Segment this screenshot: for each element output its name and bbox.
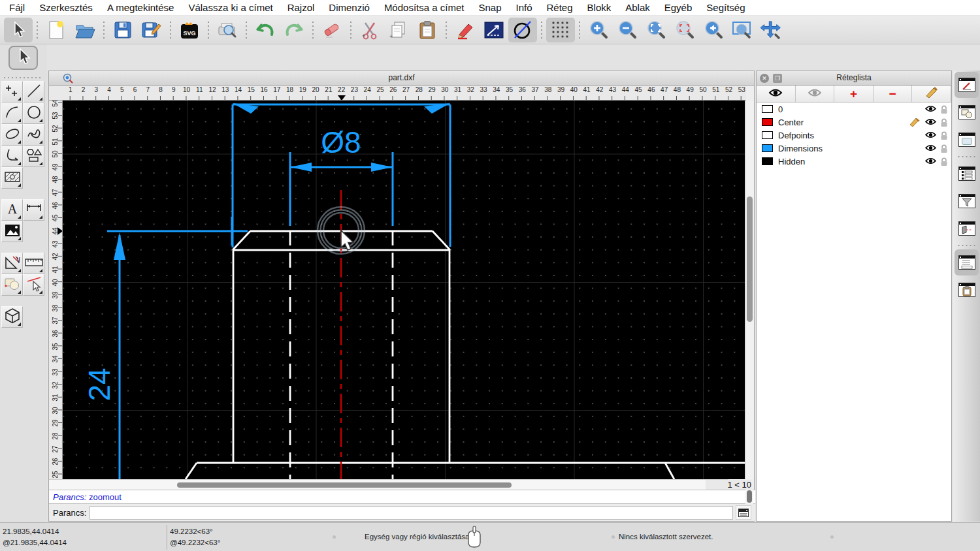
export-svg-button[interactable]: SVG bbox=[175, 18, 204, 42]
menu-r-teg[interactable]: Réteg bbox=[547, 2, 573, 13]
menu-rajzol[interactable]: Rajzol bbox=[287, 2, 315, 13]
tool-dimension[interactable] bbox=[23, 199, 44, 221]
menu-inf-[interactable]: Infó bbox=[515, 2, 532, 13]
layer-row-dimensions[interactable]: Dimensions bbox=[757, 142, 951, 155]
line-angle-button[interactable] bbox=[480, 18, 508, 42]
layer-visibility-icon[interactable] bbox=[925, 118, 936, 128]
copy-button[interactable]: + bbox=[384, 18, 413, 42]
tool-polyline[interactable] bbox=[1, 146, 23, 167]
hide-all-layers-button[interactable] bbox=[796, 86, 835, 102]
remove-layer-button[interactable]: − bbox=[874, 86, 913, 102]
document-title-bar[interactable]: part.dxf bbox=[49, 71, 754, 86]
grid-toggle-button[interactable] bbox=[546, 18, 575, 42]
filter-widget-button[interactable] bbox=[955, 188, 979, 214]
layer-visibility-icon[interactable] bbox=[925, 104, 936, 115]
zoom-in-button[interactable] bbox=[584, 18, 613, 42]
layer-list-widget-button[interactable] bbox=[955, 72, 979, 98]
draw-pen-button[interactable] bbox=[451, 18, 480, 42]
layer-lock-icon[interactable] bbox=[940, 144, 948, 155]
print-preview-button[interactable] bbox=[213, 18, 242, 42]
entity-list-widget-button[interactable] bbox=[955, 161, 979, 187]
command-input[interactable] bbox=[90, 506, 733, 520]
tool-shapes[interactable] bbox=[23, 146, 44, 167]
layer-color-swatch[interactable] bbox=[762, 105, 773, 113]
tool-spline[interactable] bbox=[23, 124, 44, 146]
layer-row-defpoints[interactable]: Defpoints bbox=[757, 129, 951, 142]
vertical-scrollbar[interactable] bbox=[745, 101, 754, 479]
layer-color-swatch[interactable] bbox=[762, 131, 773, 139]
select-arrow-tool[interactable] bbox=[8, 46, 38, 70]
menu-egy-b[interactable]: Egyéb bbox=[664, 2, 693, 13]
layer-row-hidden[interactable]: Hidden bbox=[757, 155, 951, 168]
tool-text[interactable]: A bbox=[1, 199, 23, 221]
undo-button[interactable] bbox=[251, 18, 280, 42]
edit-layer-button[interactable] bbox=[912, 86, 951, 102]
menu-ablak[interactable]: Ablak bbox=[625, 2, 650, 13]
menu-f-jl[interactable]: Fájl bbox=[9, 2, 25, 13]
horizontal-scrollbar[interactable] bbox=[49, 479, 728, 490]
layer-visibility-icon[interactable] bbox=[925, 157, 936, 167]
horizontal-scrollbar-thumb[interactable] bbox=[177, 482, 512, 488]
layer-visibility-icon[interactable] bbox=[925, 144, 936, 154]
tool-points[interactable] bbox=[1, 81, 23, 102]
tool-measure[interactable] bbox=[1, 253, 23, 274]
library-browser-widget-button[interactable] bbox=[955, 127, 979, 153]
command-keyboard-button[interactable] bbox=[736, 505, 751, 520]
section-widget-button[interactable] bbox=[955, 215, 979, 242]
drawing-canvas[interactable]: Ø824 bbox=[63, 101, 745, 479]
zoom-out-button[interactable] bbox=[613, 18, 642, 42]
layer-row-0[interactable]: 0 bbox=[757, 102, 951, 116]
command-history-scrollbar[interactable] bbox=[745, 490, 753, 504]
paste-button[interactable] bbox=[413, 18, 442, 42]
tool-ruler-tool[interactable] bbox=[23, 253, 44, 274]
layer-lock-icon[interactable] bbox=[940, 157, 948, 168]
circle-line-button[interactable] bbox=[508, 18, 537, 42]
select-cursor-button[interactable] bbox=[4, 18, 33, 42]
menu-snap[interactable]: Snap bbox=[478, 2, 501, 13]
delete-button[interactable] bbox=[318, 18, 346, 42]
zoom-window-button[interactable] bbox=[728, 18, 757, 42]
vertical-scrollbar-thumb[interactable] bbox=[747, 197, 753, 322]
menu-v-lassza-ki-a-c-met[interactable]: Válassza ki a címet bbox=[188, 2, 272, 13]
tool-ellipse[interactable] bbox=[1, 124, 23, 146]
layer-color-swatch[interactable] bbox=[762, 144, 773, 152]
layer-lock-icon[interactable] bbox=[940, 105, 948, 116]
layer-color-swatch[interactable] bbox=[762, 157, 773, 165]
new-file-button[interactable] bbox=[42, 18, 71, 42]
menu-szerkeszt-s[interactable]: Szerkesztés bbox=[39, 2, 93, 13]
zoom-pan-button[interactable] bbox=[757, 18, 785, 42]
layer-visibility-icon[interactable] bbox=[925, 131, 936, 141]
menu-blokk[interactable]: Blokk bbox=[587, 2, 612, 13]
tool-image[interactable] bbox=[1, 221, 23, 242]
undock-icon[interactable]: ❐ bbox=[773, 74, 782, 83]
zoom-redraw-button[interactable] bbox=[670, 18, 699, 42]
layer-color-swatch[interactable] bbox=[762, 118, 773, 126]
tool-circle[interactable] bbox=[23, 102, 44, 124]
save-button[interactable] bbox=[108, 18, 137, 42]
save-as-button[interactable] bbox=[137, 18, 166, 42]
tool-hatch[interactable] bbox=[1, 167, 23, 189]
menu-a-megtekint-se[interactable]: A megtekintése bbox=[107, 2, 174, 13]
menu-dimenzi-[interactable]: Dimenzió bbox=[329, 2, 370, 13]
show-all-layers-button[interactable] bbox=[757, 86, 796, 102]
menu-m-dos-tsa-a-c-met[interactable]: Módosítsa a címet bbox=[384, 2, 465, 13]
block-list-widget-button[interactable] bbox=[955, 99, 979, 125]
palette-drag-handle[interactable] bbox=[3, 76, 42, 80]
layer-row-center[interactable]: Center bbox=[757, 116, 951, 129]
tool-order[interactable] bbox=[1, 274, 23, 296]
redo-button[interactable] bbox=[280, 18, 308, 42]
menu-seg-ts-g[interactable]: Segítség bbox=[706, 2, 745, 13]
layer-lock-icon[interactable] bbox=[940, 118, 948, 129]
zoom-auto-button[interactable] bbox=[642, 18, 670, 42]
clipboard-widget-button[interactable] bbox=[955, 277, 979, 303]
layer-lock-icon[interactable] bbox=[940, 131, 948, 142]
tool-box3d[interactable] bbox=[1, 306, 23, 328]
tool-deselect-line[interactable] bbox=[23, 274, 44, 296]
zoom-previous-button[interactable] bbox=[699, 18, 728, 42]
close-icon[interactable]: ✕ bbox=[760, 74, 769, 83]
open-file-button[interactable] bbox=[71, 18, 99, 42]
tool-line[interactable] bbox=[23, 81, 44, 102]
tool-arc[interactable] bbox=[1, 102, 23, 124]
command-history-scrollbar-thumb[interactable] bbox=[747, 490, 752, 503]
command-widget-button[interactable] bbox=[955, 249, 979, 276]
